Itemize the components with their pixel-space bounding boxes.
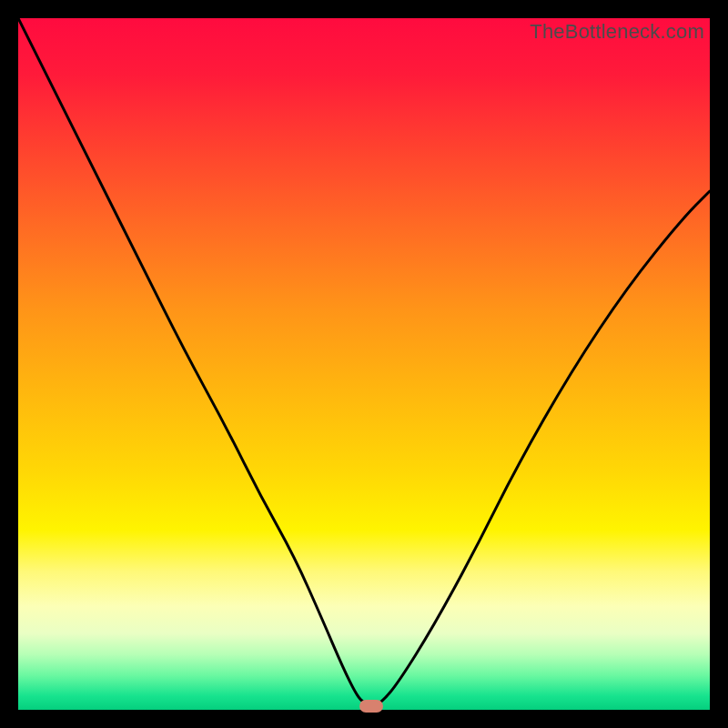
chart-frame: TheBottleneck.com (0, 0, 728, 728)
plot-area: TheBottleneck.com (18, 18, 710, 710)
bottleneck-curve (18, 18, 710, 710)
optimal-marker (359, 700, 383, 713)
